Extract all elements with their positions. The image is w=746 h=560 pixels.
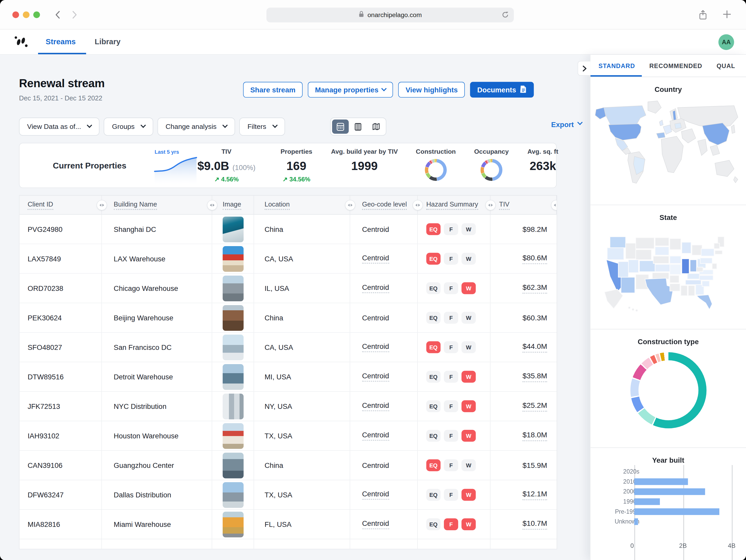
avatar[interactable]: AA (718, 34, 734, 50)
hazard-badges: EQFW (418, 274, 490, 303)
geo-code-value[interactable]: Centroid (362, 254, 389, 264)
property-image[interactable] (223, 334, 244, 360)
column-resize-handle[interactable] (207, 200, 217, 211)
hazard-badges: EQFW (418, 480, 490, 509)
client-id: PEK30624 (28, 314, 62, 322)
geo-code-value[interactable]: Centroid (362, 372, 389, 382)
tiv-value[interactable]: $10.7M (522, 519, 547, 529)
tiv-value[interactable]: $80.6M (522, 253, 547, 264)
hazard-badge-f: F (444, 223, 458, 235)
address-bar[interactable]: onarchipelago.com (266, 7, 514, 22)
view-highlights-button[interactable]: View highlights (398, 82, 465, 97)
hazard-badge-f: F (444, 341, 458, 353)
close-button[interactable] (12, 11, 19, 18)
manage-properties-button[interactable]: Manage properties (308, 82, 393, 97)
column-header-building-name[interactable]: Building Name (102, 196, 212, 214)
panel-tab-standard[interactable]: STANDARD (599, 55, 635, 77)
tiv-value[interactable]: $18.0M (522, 430, 547, 441)
property-image[interactable] (223, 511, 244, 537)
column-resize-handle[interactable] (96, 200, 107, 211)
geo-code-value[interactable]: Centroid (362, 520, 389, 529)
share-icon[interactable] (698, 9, 708, 23)
view-map-button[interactable] (368, 119, 384, 134)
tiv-value[interactable]: $12.1M (522, 489, 547, 500)
geo-code-value[interactable]: Centroid (362, 283, 389, 293)
dropdown-change-analysis[interactable]: Change analysis (157, 117, 235, 136)
location: CA, USA (265, 343, 293, 351)
column-resize-handle[interactable] (345, 200, 355, 211)
property-image[interactable] (223, 482, 244, 507)
column-header-location[interactable]: Location (254, 196, 350, 214)
property-image[interactable] (223, 452, 244, 478)
refresh-icon[interactable] (501, 11, 509, 21)
panel-collapse-button[interactable] (578, 61, 591, 76)
browser-chrome: onarchipelago.com (0, 0, 746, 29)
column-header-tiv[interactable]: TIV (490, 196, 557, 214)
archipelago-logo[interactable] (13, 35, 29, 51)
panel-tab-qual[interactable]: QUAL (717, 55, 735, 77)
forward-icon[interactable] (69, 10, 79, 20)
table-row: JFK72513 NYC Distribution NY, USA Centro… (20, 392, 557, 421)
nav-tab-library[interactable]: Library (95, 29, 120, 54)
metric-avg-build-year: Avg. build year by TIV 1999 (324, 148, 405, 173)
zoom-button[interactable] (33, 11, 40, 18)
nav-tab-streams[interactable]: Streams (46, 29, 76, 54)
tiv-value[interactable]: $62.3M (522, 283, 547, 293)
world-map (591, 93, 746, 194)
share-stream-button[interactable]: Share stream (243, 82, 303, 97)
lock-icon (358, 10, 365, 20)
minimize-button[interactable] (23, 11, 29, 18)
hazard-badge-eq: EQ (426, 223, 440, 235)
tiv-value[interactable]: $35.8M (522, 372, 547, 382)
table-row: LAX57849 LAX Warehouse CA, USA Centroid … (20, 244, 557, 274)
client-id: PVG24980 (28, 225, 63, 233)
hazard-badge-w: W (461, 282, 476, 294)
dropdown-groups[interactable]: Groups (104, 117, 153, 136)
dropdown-filters[interactable]: Filters (239, 117, 285, 136)
axis-tick-label: 2B (679, 542, 687, 550)
location: China (265, 314, 283, 322)
tiv-value[interactable]: $25.2M (522, 401, 547, 412)
construction-type-donut (630, 352, 707, 428)
category-label: 2000s (601, 488, 639, 495)
property-image[interactable] (223, 305, 244, 331)
column-header-image[interactable]: Image (212, 196, 254, 214)
column-header-geo-code-level[interactable]: Geo-code level (350, 196, 418, 214)
building-name: Miami Warehouse (114, 520, 171, 528)
table-row: MIA82816 Miami Warehouse FL, USA Centroi… (20, 510, 557, 539)
app-navbar: Streams Library AA (0, 29, 746, 55)
hazard-badges: EQFW (418, 392, 490, 421)
property-image[interactable] (223, 364, 244, 389)
view-table-button[interactable] (332, 119, 349, 134)
bar-pre-1990 (634, 508, 720, 515)
new-tab-icon[interactable] (722, 9, 732, 21)
view-columns-button[interactable] (350, 119, 367, 134)
back-icon[interactable] (53, 10, 63, 20)
dropdown-view-data-as-of[interactable]: View Data as of... (19, 117, 100, 136)
client-id: DFW63247 (28, 491, 64, 499)
hazard-badge-w: W (461, 253, 476, 265)
client-id: DTW89516 (28, 373, 64, 381)
column-header-hazard-summary[interactable]: Hazard Summary (418, 196, 490, 214)
column-header-client-id[interactable]: Client ID (20, 196, 102, 214)
property-image[interactable] (223, 275, 244, 301)
geo-code-value[interactable]: Centroid (362, 342, 389, 352)
location: IL, USA (265, 284, 289, 292)
column-resize-handle[interactable] (412, 200, 423, 211)
hazard-badge-f: F (444, 489, 458, 501)
geo-code-value[interactable]: Centroid (362, 490, 389, 500)
tiv-value[interactable]: $44.0M (522, 342, 547, 353)
column-resize-handle[interactable] (485, 200, 496, 211)
geo-code-value[interactable]: Centroid (362, 401, 389, 412)
building-name: NYC Distribution (114, 402, 167, 410)
location: TX, USA (265, 491, 292, 499)
property-image[interactable] (223, 423, 244, 448)
property-image[interactable] (223, 216, 244, 242)
property-image[interactable] (223, 246, 244, 272)
documents-button[interactable]: Documents (470, 82, 534, 97)
panel-tab-recommended[interactable]: RECOMMENDED (649, 55, 702, 77)
table-row: IAH93102 Houston Warehouse TX, USA Centr… (20, 421, 557, 451)
property-image[interactable] (223, 393, 244, 419)
export-button[interactable]: Export (551, 120, 582, 128)
geo-code-value[interactable]: Centroid (362, 431, 389, 441)
